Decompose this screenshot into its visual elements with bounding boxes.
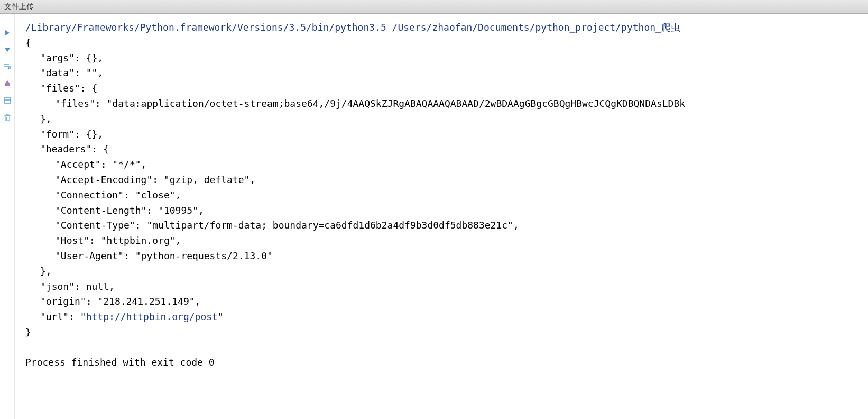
json-url-line: "url": "http://httpbin.org/post" xyxy=(25,309,864,325)
run-triangle-icon[interactable] xyxy=(3,29,12,37)
svg-rect-2 xyxy=(5,83,10,86)
json-headers-open: "headers": { xyxy=(25,142,864,157)
svg-marker-3 xyxy=(6,80,9,83)
gutter-toolbar xyxy=(0,14,15,419)
json-origin: "origin": "218.241.251.149", xyxy=(25,294,864,309)
title-bar: 文件上传 xyxy=(0,0,868,14)
json-files-open: "files": { xyxy=(25,81,864,96)
svg-marker-0 xyxy=(5,30,10,35)
down-arrow-icon[interactable] xyxy=(3,45,12,54)
json-files-close: }, xyxy=(25,112,864,127)
json-url-suffix: " xyxy=(218,311,224,322)
json-url-prefix: "url": " xyxy=(40,311,86,322)
svg-marker-1 xyxy=(5,48,10,52)
json-user-agent: "User-Agent": "python-requests/2.13.0" xyxy=(25,249,864,264)
process-finished: Process finished with exit code 0 xyxy=(25,355,864,370)
layout-icon[interactable] xyxy=(3,96,12,105)
json-content-length: "Content-Length": "10995", xyxy=(25,203,864,218)
json-json: "json": null, xyxy=(25,279,864,295)
json-accept-encoding: "Accept-Encoding": "gzip, deflate", xyxy=(25,172,864,188)
console-output[interactable]: /Library/Frameworks/Python.framework/Ver… xyxy=(15,14,868,419)
command-line: /Library/Frameworks/Python.framework/Ver… xyxy=(25,20,864,35)
json-files-content: "files": "data:application/octet-stream;… xyxy=(25,96,864,112)
main-container: /Library/Frameworks/Python.framework/Ver… xyxy=(0,14,868,419)
json-connection: "Connection": "close", xyxy=(25,188,864,203)
export-icon[interactable] xyxy=(3,79,12,88)
json-close-brace: } xyxy=(25,325,864,340)
json-accept: "Accept": "*/*", xyxy=(25,157,864,172)
json-host: "Host": "httpbin.org", xyxy=(25,233,864,249)
url-link[interactable]: http://httpbin.org/post xyxy=(86,311,218,322)
json-open-brace: { xyxy=(25,35,864,51)
svg-rect-4 xyxy=(4,98,11,103)
svg-rect-8 xyxy=(6,114,8,116)
wrap-icon[interactable] xyxy=(3,62,12,71)
trash-icon[interactable] xyxy=(3,113,12,122)
json-headers-close: }, xyxy=(25,264,864,279)
json-content-type: "Content-Type": "multipart/form-data; bo… xyxy=(25,218,864,233)
json-data: "data": "", xyxy=(25,66,864,81)
svg-rect-6 xyxy=(5,116,10,121)
json-args: "args": {}, xyxy=(25,51,864,66)
window-title: 文件上传 xyxy=(4,2,34,12)
json-form: "form": {}, xyxy=(25,127,864,142)
